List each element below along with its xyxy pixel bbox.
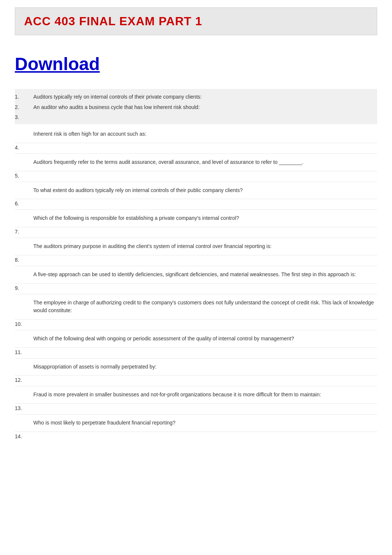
table-row: 1. Auditors typically rely on internal c… [15,92,377,102]
question-number-3: 3. [15,113,33,120]
question-text-6: To what extent do auditors typically rel… [33,186,377,195]
question-number-label-13: 13. [15,404,22,411]
table-row: Misappropriation of assets is normally p… [15,359,377,376]
question-number-12-spacer [15,363,33,364]
question-text-5: Auditors frequently refer to the terms a… [33,158,377,166]
download-link[interactable]: Download [15,54,100,74]
question-text-1: Auditors typically rely on internal cont… [33,93,377,101]
question-number-label-8: 8. [15,256,19,263]
question-number-13-spacer [15,391,33,392]
question-number-label-12: 12. [15,376,22,383]
table-row: A five-step approach can be used to iden… [15,266,377,284]
question-number-14-spacer [15,419,33,420]
table-row: 3. [15,112,377,121]
question-number-8-spacer [15,242,33,243]
question-text-11: Which of the following deal with ongoing… [33,335,377,343]
question-text-8: The auditors primary purpose in auditing… [33,242,377,251]
question-number-5-spacer [15,158,33,159]
questions-section: 1. Auditors typically rely on internal c… [15,89,377,442]
question-number-label-11: 11. [15,348,22,355]
question-number-6-spacer [15,186,33,187]
download-section: Download [15,50,377,78]
question-number-row-9: 9. [15,284,377,294]
question-number-row-11: 11. [15,348,377,359]
table-row: To what extent do auditors typically rel… [15,182,377,199]
question-number-row-10: 10. [15,320,377,330]
table-row: The auditors primary purpose in auditing… [15,238,377,255]
question-number-11-spacer [15,335,33,336]
table-row: Fraud is more prevalent in smaller busin… [15,386,377,404]
question-number-row-6: 6. [15,199,377,210]
question-number-row-8: 8. [15,255,377,266]
question-number-row-13: 13. [15,404,377,414]
question-text-4: Inherent risk is often high for an accou… [33,130,377,138]
question-number-row-14: 14. [15,432,377,442]
table-row: Which of the following deal with ongoing… [15,330,377,348]
question-text-12: Misappropriation of assets is normally p… [33,363,377,371]
question-number-4 [15,130,33,131]
table-row: Inherent risk is often high for an accou… [15,126,377,143]
table-row: Who is most likely to perpetrate fraudul… [15,414,377,432]
title-bar: ACC 403 FINAL EXAM PART 1 [15,7,377,35]
question-number-row-7: 7. [15,227,377,238]
page-title: ACC 403 FINAL EXAM PART 1 [24,14,368,28]
question-number-row-5: 5. [15,171,377,182]
question-text-14: Who is most likely to perpetrate fraudul… [33,419,377,427]
question-number-row-12: 12. [15,376,377,386]
question-number-label-7: 7. [15,228,19,235]
question-number-label-6: 6. [15,200,19,207]
question-number-label-9: 9. [15,284,19,291]
question-group-1-3: 1. Auditors typically rely on internal c… [15,89,377,124]
question-number-2: 2. [15,103,33,110]
question-number-1: 1. [15,93,33,100]
question-number-label-14: 14. [15,433,22,439]
question-text-13: Fraud is more prevalent in smaller busin… [33,391,377,399]
table-row: Which of the following is responsible fo… [15,210,377,227]
question-text-7: Which of the following is responsible fo… [33,214,377,222]
table-row: Auditors frequently refer to the terms a… [15,154,377,171]
table-row: The employee in charge of authorizing cr… [15,294,377,320]
question-number-7-spacer [15,214,33,215]
question-number-9-spacer [15,271,33,271]
question-number-label-5: 5. [15,172,19,179]
question-number-row-4: 4. [15,143,377,154]
question-text-2: An auditor who audits a business cycle t… [33,103,377,112]
question-number-label-4: 4. [15,144,19,151]
question-number-label-10: 10. [15,320,22,327]
question-text-9: A five-step approach can be used to iden… [33,271,377,279]
question-text-10: The employee in charge of authorizing cr… [33,299,377,315]
question-number-10-spacer [15,299,33,300]
table-row: 2. An auditor who audits a business cycl… [15,102,377,113]
page-container: ACC 403 FINAL EXAM PART 1 Download 1. Au… [0,0,392,450]
